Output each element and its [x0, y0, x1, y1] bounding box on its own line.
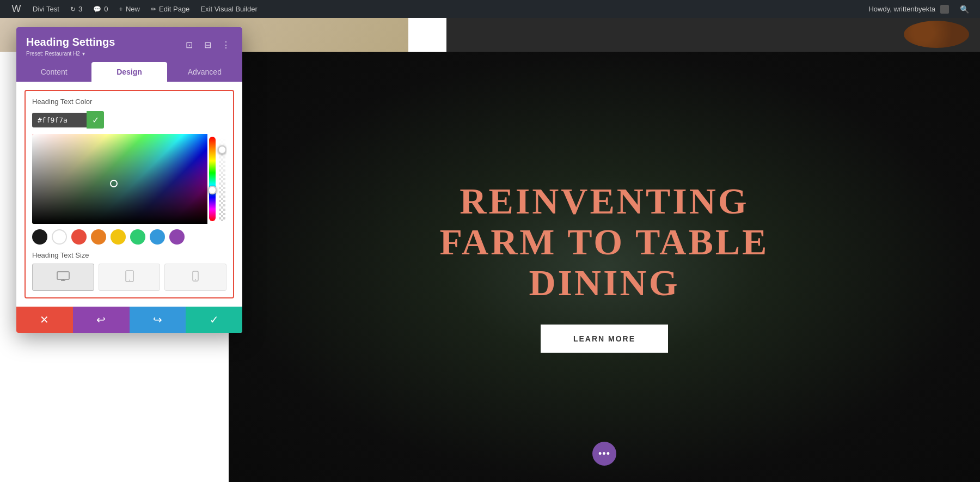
color-input-row: ✓ — [32, 111, 226, 129]
swatch-white[interactable] — [52, 229, 67, 245]
swatch-green[interactable] — [130, 229, 145, 245]
color-picker-label: Heading Text Color — [32, 97, 226, 106]
checkmark-icon: ✓ — [92, 115, 99, 125]
new-label: New — [126, 5, 140, 13]
preset-arrow-icon: ▾ — [82, 51, 85, 57]
main-area: REINVENTING FARM TO TABLE DINING LEARN M… — [0, 18, 980, 482]
confirm-button[interactable]: ✓ — [186, 307, 242, 333]
mobile-icon — [192, 271, 199, 284]
hue-slider[interactable] — [209, 137, 216, 221]
columns-icon: ⊟ — [204, 40, 211, 50]
hero-heading: REINVENTING FARM TO TABLE DINING — [416, 181, 792, 303]
swatch-black[interactable] — [32, 229, 47, 245]
panel-preset[interactable]: Preset: Restaurant H2 ▾ — [26, 51, 182, 57]
pencil-icon: ✏ — [151, 5, 156, 13]
settings-panel: Heading Settings Preset: Restaurant H2 ▾… — [16, 27, 242, 333]
admin-bar-right: Howdy, writtenbyekta 🔍 — [863, 5, 975, 14]
text-size-devices — [32, 264, 226, 291]
color-picker-section: Heading Text Color ✓ — [24, 90, 234, 298]
panel-title-area: Heading Settings Preset: Restaurant H2 ▾ — [26, 36, 182, 57]
panel-resize-button[interactable]: ⊡ — [182, 38, 195, 51]
site-name-btn[interactable]: Divi Test — [27, 0, 65, 18]
search-icon: 🔍 — [960, 5, 969, 14]
panel-columns-button[interactable]: ⊟ — [201, 38, 214, 51]
hero-section: REINVENTING FARM TO TABLE DINING LEARN M… — [229, 52, 980, 482]
panel-header: Heading Settings Preset: Restaurant H2 ▾… — [16, 27, 242, 62]
comments-count: 0 — [104, 5, 108, 13]
search-btn[interactable]: 🔍 — [954, 5, 975, 14]
howdy-text: Howdy, writtenbyekta — [868, 5, 935, 13]
desktop-icon — [57, 271, 70, 284]
text-size-label: Heading Text Size — [32, 251, 226, 259]
panel-actions: ⊡ ⊟ ⋮ — [182, 36, 232, 51]
preset-text: Preset: Restaurant H2 — [26, 51, 80, 57]
tablet-size-btn[interactable] — [99, 264, 161, 291]
wp-logo-btn[interactable]: W — [5, 0, 27, 18]
redo-icon: ↪ — [153, 313, 162, 326]
swatch-yellow[interactable] — [111, 229, 126, 245]
gradient-canvas[interactable] — [32, 134, 207, 224]
redo-button[interactable]: ↪ — [130, 307, 186, 333]
edit-page-label: Edit Page — [159, 5, 189, 13]
opacity-thumb[interactable] — [218, 145, 226, 154]
tab-advanced[interactable]: Advanced — [167, 62, 242, 82]
color-swatches — [32, 229, 226, 245]
hero-content: REINVENTING FARM TO TABLE DINING LEARN M… — [416, 181, 792, 353]
new-btn[interactable]: + New — [113, 0, 145, 18]
panel-tabs: Content Design Advanced — [16, 62, 242, 82]
mobile-size-btn[interactable] — [164, 264, 226, 291]
text-size-section: Heading Text Size — [32, 251, 226, 291]
swatch-orange[interactable] — [91, 229, 106, 245]
comments-icon: 💬 — [93, 5, 101, 13]
howdy-btn[interactable]: Howdy, writtenbyekta — [863, 5, 954, 14]
panel-more-button[interactable]: ⋮ — [219, 38, 232, 51]
hue-thumb[interactable] — [208, 186, 217, 194]
exit-builder-label: Exit Visual Builder — [200, 5, 258, 13]
cancel-button[interactable]: ✕ — [16, 307, 73, 333]
panel-title: Heading Settings — [26, 36, 182, 48]
confirm-icon: ✓ — [210, 313, 219, 326]
panel-footer: ✕ ↩ ↪ ✓ — [16, 307, 242, 333]
color-confirm-button[interactable]: ✓ — [87, 111, 104, 129]
strip-right-image — [446, 18, 980, 52]
undo-button[interactable]: ↩ — [73, 307, 130, 333]
svg-rect-0 — [57, 272, 69, 279]
swatch-blue[interactable] — [150, 229, 165, 245]
tab-design[interactable]: Design — [91, 62, 167, 82]
comments-btn[interactable]: 💬 0 — [88, 0, 113, 18]
resize-icon: ⊡ — [186, 40, 193, 50]
wp-logo-icon: W — [11, 4, 22, 15]
admin-bar: W Divi Test ↻ 3 💬 0 + New ✏ Edit Page Ex… — [0, 0, 980, 18]
desktop-size-btn[interactable] — [32, 264, 94, 291]
sliders-container — [207, 134, 226, 224]
learn-more-button[interactable]: LEARN MORE — [541, 325, 668, 353]
svg-point-4 — [129, 279, 130, 280]
revisions-count: 3 — [78, 5, 82, 13]
color-hex-input[interactable] — [32, 113, 87, 127]
swatch-red[interactable] — [71, 229, 87, 245]
strip-gap — [408, 18, 446, 52]
site-name: Divi Test — [33, 5, 59, 13]
exit-builder-btn[interactable]: Exit Visual Builder — [195, 0, 263, 18]
revisions-icon: ↻ — [70, 5, 76, 13]
opacity-slider[interactable] — [219, 137, 225, 221]
panel-body: Heading Text Color ✓ — [16, 82, 242, 307]
edit-page-btn[interactable]: ✏ Edit Page — [145, 0, 195, 18]
undo-icon: ↩ — [96, 313, 106, 326]
user-avatar — [940, 5, 949, 14]
floating-menu-button[interactable]: ••• — [592, 442, 616, 466]
plus-icon: + — [119, 5, 123, 13]
color-gradient-picker[interactable] — [32, 134, 226, 224]
dots-icon: ••• — [598, 448, 610, 460]
swatch-purple[interactable] — [169, 229, 185, 245]
tablet-icon — [125, 270, 134, 285]
tab-content[interactable]: Content — [16, 62, 91, 82]
more-icon: ⋮ — [222, 40, 230, 50]
revisions-btn[interactable]: ↻ 3 — [65, 0, 88, 18]
cancel-icon: ✕ — [40, 313, 49, 326]
svg-point-6 — [195, 279, 196, 280]
